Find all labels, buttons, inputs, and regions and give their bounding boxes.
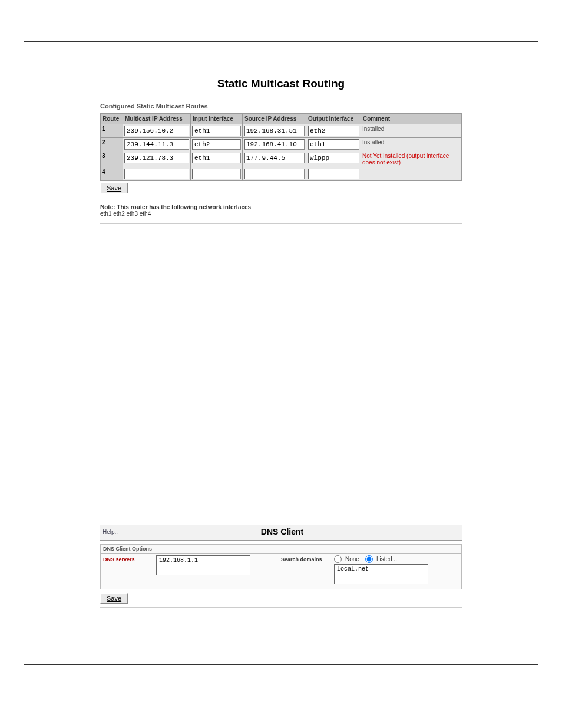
input-if-input[interactable] [192,169,241,179]
multicast-ip-input[interactable] [124,126,189,136]
table-row: 4 [101,167,462,181]
cell-source-ip [243,167,306,181]
multicast-ip-input[interactable] [124,153,189,163]
cell-source-ip [243,138,306,151]
table-header-row: Route Multicast IP Address Input Interfa… [101,114,462,124]
row-number: 3 [101,151,123,167]
table-row: 3Not Yet Installed (output interface doe… [101,151,462,167]
search-domains-label: Search domains [281,555,334,585]
table-row: 1Installed [101,124,462,138]
comment-cell: Installed [361,124,462,138]
cell-source-ip [243,151,306,167]
cell-input-if [191,151,243,167]
search-domains-input[interactable] [334,564,428,584]
source-ip-input[interactable] [244,169,305,179]
cell-multicast-ip [123,151,191,167]
section-label: Configured Static Multicast Routes [100,103,462,110]
cell-output-if [306,124,361,138]
row-number: 1 [101,124,123,138]
cell-input-if [191,138,243,151]
static-multicast-panel: Static Multicast Routing Configured Stat… [100,77,462,224]
dns-client-panel: Help.. DNS Client DNS Client Options DNS… [100,525,462,608]
cell-multicast-ip [123,124,191,138]
dns-save-button[interactable]: Save [100,593,128,604]
table-row: 2Installed [101,138,462,151]
output-if-input[interactable] [308,126,359,136]
cell-multicast-ip [123,138,191,151]
cell-input-if [191,167,243,181]
row-number: 4 [101,167,123,181]
multicast-ip-input[interactable] [124,139,189,150]
cell-source-ip [243,124,306,138]
col-input-if: Input Interface [191,114,243,124]
cell-multicast-ip [123,167,191,181]
output-if-input[interactable] [308,169,359,179]
options-body: DNS servers Search domains None Listed .… [100,553,462,589]
cell-output-if [306,151,361,167]
input-if-input[interactable] [192,139,241,150]
col-multicast-ip: Multicast IP Address [123,114,191,124]
source-ip-input[interactable] [244,139,305,150]
cell-input-if [191,124,243,138]
page-title: Static Multicast Routing [100,77,462,90]
bottom-divider [24,664,538,665]
col-source-ip: Source IP Address [243,114,306,124]
note-block: Note: This router has the following netw… [100,204,462,217]
help-link[interactable]: Help.. [100,529,256,535]
multicast-ip-input[interactable] [124,169,189,179]
dns-servers-label: DNS servers [103,555,156,585]
source-ip-input[interactable] [244,153,305,163]
row-number: 2 [101,138,123,151]
top-divider [24,41,538,42]
cell-output-if [306,167,361,181]
save-button[interactable]: Save [100,183,128,193]
options-header: DNS Client Options [100,544,462,553]
input-if-input[interactable] [192,153,241,163]
dns-header-bar: Help.. DNS Client [100,525,462,541]
input-if-input[interactable] [192,126,241,136]
dns-servers-input[interactable] [156,555,250,575]
comment-cell [361,167,462,181]
routes-table: Route Multicast IP Address Input Interfa… [100,113,462,181]
radio-listed-label: Listed .. [376,556,397,562]
output-if-input[interactable] [308,139,359,150]
source-ip-input[interactable] [244,126,305,136]
radio-none[interactable] [334,555,342,563]
radio-none-label: None [345,556,359,562]
col-comment: Comment [361,114,462,124]
col-output-if: Output Interface [306,114,361,124]
radio-listed[interactable] [365,555,373,563]
comment-cell: Not Yet Installed (output interface does… [361,151,462,167]
title-underline [100,94,462,94]
comment-cell: Installed [361,138,462,151]
output-if-input[interactable] [308,153,359,163]
note-interfaces: eth1 eth2 eth3 eth4 [100,210,151,217]
dns-title: DNS Client [256,527,309,536]
col-route: Route [101,114,123,124]
note-heading: Note: This router has the following netw… [100,204,251,210]
cell-output-if [306,138,361,151]
